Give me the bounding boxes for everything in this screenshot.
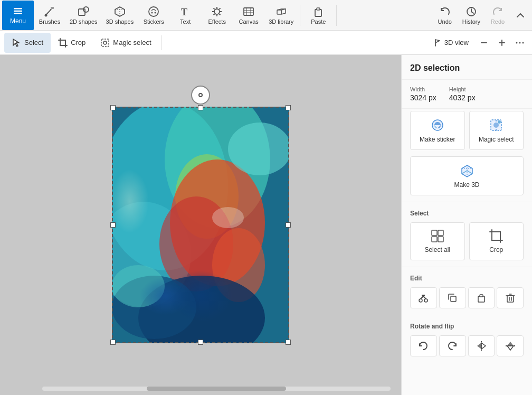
menu-button[interactable]: Menu (2, 1, 34, 30)
magic-select-panel-label: Magic select (479, 136, 514, 143)
stickers-icon (148, 6, 159, 17)
copy-button[interactable] (439, 287, 466, 308)
magic-select-tool[interactable]: Magic select (93, 33, 158, 53)
scrollbar-thumb[interactable] (147, 387, 286, 391)
top-actions-grid: Make sticker Magic select (402, 109, 532, 154)
svg-point-49 (212, 207, 244, 228)
sep-1 (402, 202, 532, 202)
select-tool[interactable]: Select (4, 33, 51, 53)
svg-point-45 (138, 276, 265, 343)
height-col: Height 4032 px (449, 86, 476, 102)
svg-point-43 (159, 196, 233, 291)
crop-panel-icon (489, 229, 503, 243)
svg-rect-68 (507, 296, 514, 302)
svg-line-18 (220, 8, 221, 9)
view3d-button[interactable]: 3D view (429, 36, 474, 49)
more-options-button[interactable] (512, 35, 528, 51)
svg-point-34 (516, 42, 518, 43)
width-value: 3024 px (410, 93, 436, 102)
undo-button[interactable]: Undo (432, 1, 458, 30)
svg-rect-1 (14, 10, 22, 12)
svg-point-38 (112, 107, 228, 270)
text-button[interactable]: T Text (169, 1, 201, 30)
svg-point-9 (155, 12, 156, 13)
svg-point-41 (175, 154, 239, 239)
canvas-wrapper (112, 107, 289, 343)
select-section-label: Select (402, 204, 532, 220)
magic-select-label: Magic select (113, 39, 151, 46)
flip-vertical-button[interactable] (497, 335, 524, 356)
select-all-label: Select all (424, 246, 450, 253)
magic-select-icon (100, 38, 110, 48)
canvas-button[interactable]: Canvas (233, 1, 264, 30)
edit-row (402, 285, 532, 313)
effects-button[interactable]: Effects (201, 1, 233, 30)
effects-icon (211, 6, 223, 17)
rotate-left-button[interactable] (410, 335, 437, 356)
redo-label: Redo (491, 18, 505, 25)
shapes3d-button[interactable]: 3D shapes (102, 1, 138, 30)
redo-icon (492, 6, 504, 17)
svg-rect-59 (438, 237, 443, 242)
make-sticker-icon (430, 118, 445, 133)
shapes3d-label: 3D shapes (106, 18, 134, 25)
edit-section-label: Edit (402, 269, 532, 285)
svg-point-30 (103, 41, 107, 44)
shapes2d-button[interactable]: 2D shapes (65, 1, 102, 30)
brushes-button[interactable]: Brushes (34, 1, 65, 30)
svg-point-35 (519, 42, 521, 43)
svg-rect-57 (438, 230, 443, 236)
svg-rect-67 (480, 295, 483, 297)
svg-rect-37 (112, 107, 289, 343)
shapes2d-icon (78, 6, 89, 17)
make-sticker-button[interactable]: Make sticker (410, 111, 465, 150)
svg-point-40 (112, 202, 191, 307)
crop-panel-button[interactable]: Crop (469, 222, 524, 260)
svg-point-48 (112, 265, 165, 307)
width-label: Width (410, 86, 436, 92)
make3d-label: Make 3D (454, 181, 479, 189)
svg-rect-0 (14, 8, 22, 10)
redo-button[interactable]: Redo (484, 1, 511, 30)
rotate-right-button[interactable] (439, 335, 466, 356)
canvas-area[interactable] (0, 55, 401, 395)
sep-2 (402, 267, 532, 267)
dimensions-row: Width 3024 px Height 4032 px (402, 80, 532, 109)
svg-point-11 (214, 9, 220, 14)
library3d-button[interactable]: 3D library (264, 1, 298, 30)
magic-select-panel-button[interactable]: Magic select (469, 111, 524, 150)
make-sticker-label: Make sticker (420, 136, 455, 143)
menu-icon (13, 6, 23, 16)
rotation-handle[interactable] (191, 86, 210, 105)
delete-button[interactable] (497, 287, 524, 308)
subtool-right: 3D view (429, 35, 528, 51)
svg-point-36 (522, 42, 524, 43)
svg-rect-2 (14, 13, 22, 14)
sep-3 (402, 315, 532, 315)
zoom-in-button[interactable] (494, 35, 510, 51)
library3d-label: 3D library (269, 18, 293, 25)
scrollbar-horizontal[interactable] (42, 387, 391, 391)
svg-line-19 (214, 14, 215, 15)
make3d-button[interactable]: Make 3D (410, 156, 524, 195)
cut-button[interactable] (410, 287, 437, 308)
paste-button[interactable]: Paste (302, 1, 334, 30)
svg-point-53 (498, 120, 501, 124)
crop-tool[interactable]: Crop (51, 33, 93, 53)
collapse-button[interactable] (511, 1, 530, 30)
zoom-out-button[interactable] (476, 35, 492, 51)
library3d-icon (276, 6, 287, 17)
stickers-button[interactable]: Stickers (138, 1, 169, 30)
main-area: 2D selection Width 3024 px Height 4032 p… (0, 55, 532, 395)
svg-point-39 (165, 107, 270, 228)
flip-horizontal-button[interactable] (468, 335, 495, 356)
svg-point-47 (228, 123, 289, 175)
make3d-icon (460, 163, 474, 178)
select-all-button[interactable]: Select all (410, 222, 465, 260)
history-button[interactable]: History (458, 1, 484, 30)
canvas-image[interactable] (112, 107, 289, 343)
paste-edit-button[interactable] (468, 287, 495, 308)
select-icon (12, 38, 21, 48)
undo-icon (439, 6, 451, 17)
magic-select-panel-icon (489, 118, 504, 133)
